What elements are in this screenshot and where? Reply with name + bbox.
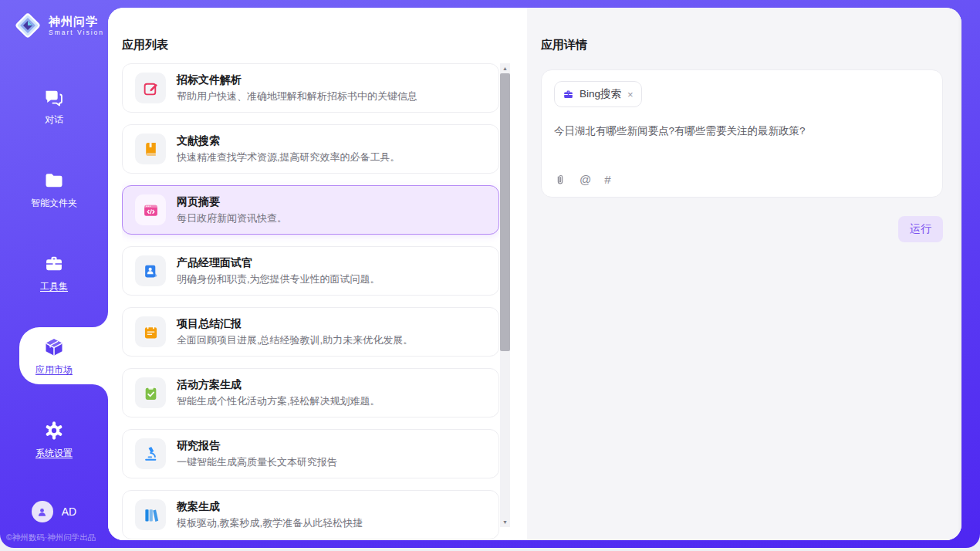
edit-document-icon [143, 80, 159, 96]
app-card-research-report[interactable]: 研究报告 一键智能生成高质量长文本研究报告 [122, 429, 499, 478]
app-description: 智能生成个性化活动方案,轻松解决规划难题。 [177, 394, 380, 408]
app-detail-panel: 应用详情 Bing搜索 × 今日湖北有哪些新闻要点?有哪些需要关注的最新政策? [527, 8, 961, 540]
sidebar-nav: 对话 智能文件夹 工具集 应用市场 [0, 0, 108, 548]
chat-icon [43, 86, 65, 108]
query-text[interactable]: 今日湖北有哪些新闻要点?有哪些需要关注的最新政策? [554, 123, 930, 139]
sidebar-item-settings[interactable]: 系统设置 [0, 420, 108, 460]
prompt-input-area[interactable]: Bing搜索 × 今日湖北有哪些新闻要点?有哪些需要关注的最新政策? @ # [541, 69, 943, 198]
app-description: 每日政府新闻资讯快查。 [177, 211, 287, 225]
avatar [32, 501, 53, 522]
app-description: 帮助用户快速、准确地理解和解析招标书中的关键信息 [177, 90, 417, 103]
tool-chip-label: Bing搜索 [580, 87, 621, 101]
app-name: 项目总结汇报 [177, 316, 413, 330]
scroll-up-button[interactable]: ▲ [500, 63, 510, 73]
app-name: 文献搜索 [177, 134, 400, 147]
app-list-panel: 应用列表 招标文件解析 帮助用户快速、准确地理解和解析招标书中的关键信息 [108, 8, 527, 540]
app-list-title: 应用列表 [122, 38, 168, 52]
app-description: 一键智能生成高质量长文本研究报告 [177, 455, 337, 469]
app-window: 神州问学 Smart Vision 对话 智能文件夹 [0, 0, 980, 548]
app-name: 活动方案生成 [177, 377, 380, 391]
toolbox-icon [43, 253, 65, 275]
microscope-icon [143, 446, 159, 462]
sidebar-item-toolset[interactable]: 工具集 [0, 253, 108, 293]
books-icon [143, 507, 159, 523]
app-card-literature-search[interactable]: 文献搜索 快速精准查找学术资源,提高研究效率的必备工具。 [122, 124, 499, 174]
folder-icon [43, 170, 65, 191]
at-icon[interactable]: @ [580, 174, 591, 186]
browser-code-icon [143, 202, 159, 218]
hash-icon[interactable]: # [604, 174, 610, 186]
scrollbar[interactable]: ▲ ▼ [500, 63, 510, 527]
app-name: 产品经理面试官 [177, 255, 380, 269]
scroll-down-button[interactable]: ▼ [500, 517, 510, 527]
resume-icon [143, 263, 159, 279]
cube-icon [43, 336, 65, 358]
app-description: 全面回顾项目进展,总结经验教训,助力未来优化发展。 [177, 333, 413, 347]
sidebar-item-label: 系统设置 [35, 447, 73, 460]
sidebar-item-label: 智能文件夹 [31, 197, 77, 210]
close-icon[interactable]: × [627, 90, 634, 100]
user-account[interactable]: AD [0, 501, 108, 522]
tool-chip-bing-search[interactable]: Bing搜索 × [554, 81, 642, 107]
paperclip-icon[interactable] [554, 174, 566, 186]
user-name: AD [62, 505, 76, 518]
sidebar-item-chat[interactable]: 对话 [0, 86, 108, 127]
app-card-event-plan[interactable]: 活动方案生成 智能生成个性化活动方案,轻松解决规划难题。 [122, 368, 499, 417]
app-card-web-summary[interactable]: 网页摘要 每日政府新闻资讯快查。 [122, 185, 499, 235]
sidebar-item-label: 对话 [45, 113, 63, 127]
sidebar: 神州问学 Smart Vision 对话 智能文件夹 [0, 0, 108, 548]
app-name: 研究报告 [177, 438, 337, 452]
main-content: 应用列表 招标文件解析 帮助用户快速、准确地理解和解析招标书中的关键信息 [108, 8, 961, 540]
app-card-project-summary[interactable]: 项目总结汇报 全面回顾项目进展,总结经验教训,助力未来优化发展。 [122, 307, 499, 357]
sidebar-item-label: 应用市场 [35, 363, 73, 377]
app-card-lesson-plan[interactable]: 教案生成 模板驱动,教案秒成,教学准备从此轻松快捷 [122, 490, 499, 539]
app-name: 教案生成 [177, 499, 363, 513]
app-card-pm-interviewer[interactable]: 产品经理面试官 明确身份和职责,为您提供专业性的面试问题。 [122, 246, 499, 296]
input-toolbar: @ # [554, 174, 624, 186]
clipboard-check-icon [143, 385, 159, 401]
person-icon [35, 505, 49, 519]
app-name: 网页摘要 [177, 194, 287, 208]
app-name: 招标文件解析 [177, 73, 417, 86]
book-icon [143, 141, 159, 157]
sidebar-item-label: 工具集 [40, 280, 68, 293]
run-button[interactable]: 运行 [898, 216, 943, 242]
app-description: 明确身份和职责,为您提供专业性的面试问题。 [177, 272, 380, 286]
app-description: 模板驱动,教案秒成,教学准备从此轻松快捷 [177, 516, 363, 530]
notepad-icon [143, 324, 159, 340]
app-description: 快速精准查找学术资源,提高研究效率的必备工具。 [177, 150, 400, 164]
sidebar-item-smart-folder[interactable]: 智能文件夹 [0, 170, 108, 210]
gear-icon [43, 420, 65, 441]
app-detail-title: 应用详情 [541, 38, 587, 52]
app-list: 招标文件解析 帮助用户快速、准确地理解和解析招标书中的关键信息 文献搜索 快速精… [122, 63, 499, 540]
copyright-text: ©神州数码·神州问学出品 [6, 532, 96, 543]
briefcase-icon [563, 89, 574, 100]
scrollbar-thumb[interactable] [500, 73, 510, 351]
sidebar-item-app-market[interactable]: 应用市场 [0, 336, 108, 377]
app-card-bid-parse[interactable]: 招标文件解析 帮助用户快速、准确地理解和解析招标书中的关键信息 [122, 63, 499, 113]
